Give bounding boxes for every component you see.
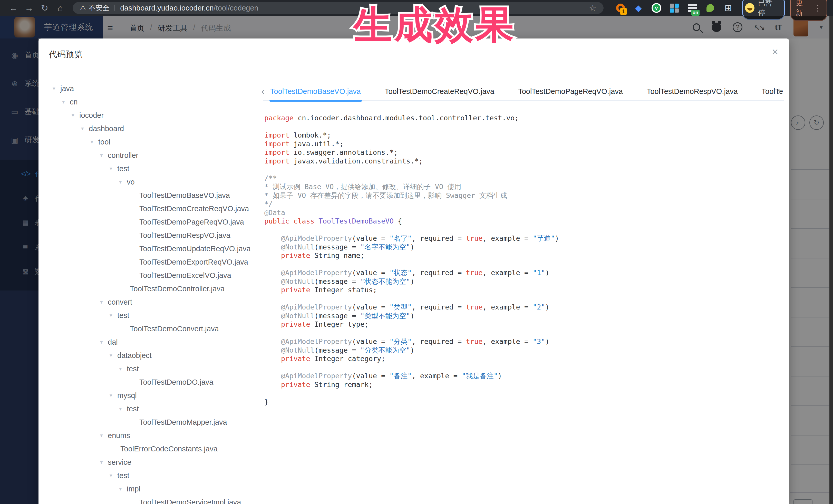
- tree-file[interactable]: ToolTestDemoConvert.java: [53, 322, 255, 335]
- caret-down-icon[interactable]: ▾: [110, 392, 117, 399]
- orange-ring-extension-icon[interactable]: 1: [615, 3, 626, 13]
- tree-file[interactable]: ToolErrorCodeConstants.java: [53, 442, 255, 456]
- tree-folder[interactable]: ▾dal: [53, 335, 255, 349]
- tree-folder[interactable]: ▾iocoder: [53, 109, 255, 122]
- caret-down-icon[interactable]: ▾: [53, 86, 60, 92]
- tree-file[interactable]: ToolTestDemoMapper.java: [53, 415, 255, 429]
- tree-folder[interactable]: ▾test: [53, 402, 255, 415]
- caret-down-icon[interactable]: ▾: [110, 166, 117, 172]
- tree-folder[interactable]: ▾test: [53, 162, 255, 175]
- tree-label: dashboard: [89, 124, 124, 133]
- extension-badge: 1: [620, 8, 627, 15]
- green-v-extension-icon[interactable]: v: [651, 3, 662, 13]
- browser-menu-dots-icon[interactable]: ⋮: [814, 4, 822, 13]
- caret-down-icon[interactable]: ▾: [100, 432, 108, 438]
- caret-down-icon[interactable]: ▾: [81, 125, 89, 131]
- code-line: @ApiModelProperty(value = "类型", required…: [264, 303, 559, 312]
- tree-label: test: [117, 472, 129, 480]
- tree-file[interactable]: ToolTestDemoExcelVO.java: [53, 269, 255, 282]
- caret-down-icon[interactable]: ▾: [100, 152, 108, 158]
- tree-label: ToolTestDemoUpdateReqVO.java: [139, 244, 251, 253]
- caret-down-icon[interactable]: ▾: [110, 312, 117, 318]
- tree-folder[interactable]: ▾tool: [53, 135, 255, 149]
- tree-folder[interactable]: ▾impl: [53, 482, 255, 496]
- dialog-title: 代码预览: [49, 49, 82, 60]
- tree-folder[interactable]: ▾service: [53, 456, 255, 469]
- address-bar[interactable]: ⚠ 不安全 dashboard.yudao.iocoder.cn /tool/c…: [73, 2, 603, 14]
- update-label: 更新: [795, 0, 810, 18]
- caret-down-icon[interactable]: ▾: [119, 406, 127, 412]
- code-line: @ApiModelProperty(value = "状态", required…: [264, 268, 559, 277]
- caret-down-icon[interactable]: ▾: [100, 459, 108, 465]
- caret-down-icon[interactable]: ▾: [110, 473, 117, 479]
- caret-down-icon[interactable]: ▾: [119, 486, 127, 492]
- code-line: * 如果子 VO 存在差异的字段，请不要添加到这里，影响 Swagger 文档生…: [264, 191, 559, 200]
- code-line: */: [264, 200, 559, 208]
- code-line: @ApiModelProperty(value = "名字", required…: [264, 234, 559, 243]
- caret-down-icon[interactable]: ▾: [72, 112, 79, 118]
- code-line: @NotNull(message = "状态不能为空"): [264, 277, 559, 286]
- forward-icon[interactable]: →: [21, 3, 37, 13]
- caret-down-icon[interactable]: ▾: [91, 139, 98, 145]
- tree-folder[interactable]: ▾enums: [53, 429, 255, 442]
- plant-extension-icon[interactable]: [705, 3, 715, 13]
- tree-label: ToolTestDemoServiceImpl.java: [139, 498, 241, 504]
- tree-folder[interactable]: ▾convert: [53, 295, 255, 309]
- screen: ← → ↻ ⌂ ⚠ 不安全 dashboard.yudao.iocoder.cn…: [0, 0, 833, 504]
- back-icon[interactable]: ←: [6, 3, 21, 13]
- tree-label: vo: [127, 178, 135, 186]
- tree-file[interactable]: ToolTestDemoDO.java: [53, 376, 255, 389]
- tree-file[interactable]: ToolTestDemoExportReqVO.java: [53, 255, 255, 269]
- tab-ToolTestDemoBaseVO.java[interactable]: ToolTestDemoBaseVO.java: [270, 87, 361, 96]
- code-line: private Integer type;: [264, 320, 559, 329]
- tree-folder[interactable]: ▾dataobject: [53, 349, 255, 362]
- tree-folder[interactable]: ▾mysql: [53, 389, 255, 402]
- tree-label: ToolTestDemoDO.java: [139, 378, 214, 386]
- code-line: private Integer status;: [264, 286, 559, 294]
- tree-folder[interactable]: ▾vo: [53, 175, 255, 189]
- tab-ToolTestDemoRespVO.java[interactable]: ToolTestDemoRespVO.java: [647, 87, 738, 96]
- squares-extension-icon[interactable]: [669, 3, 680, 13]
- tree-label: test: [117, 165, 129, 173]
- tree-file[interactable]: ToolTestDemoController.java: [53, 282, 255, 295]
- tree-file[interactable]: ToolTestDemoBaseVO.java: [53, 189, 255, 202]
- tabs-scroll-left-icon[interactable]: ‹: [258, 86, 268, 97]
- tree-file[interactable]: ToolTestDemoCreateReqVO.java: [53, 202, 255, 215]
- tab-ToolTestDemoCreateReqVO.java[interactable]: ToolTestDemoCreateReqVO.java: [385, 87, 494, 96]
- caret-down-icon[interactable]: ▾: [100, 339, 108, 345]
- tree-folder[interactable]: ▾test: [53, 309, 255, 322]
- extensions-puzzle-icon[interactable]: ⊞: [723, 3, 733, 13]
- tree-folder[interactable]: ▾java: [53, 82, 255, 95]
- tree-file[interactable]: ToolTestDemoPageReqVO.java: [53, 215, 255, 229]
- tab-ToolTestDemoPageReqVO.java[interactable]: ToolTestDemoPageReqVO.java: [518, 87, 623, 96]
- close-icon[interactable]: ×: [772, 46, 778, 57]
- caret-down-icon[interactable]: ▾: [119, 179, 127, 185]
- security-label: 不安全: [89, 3, 109, 13]
- tree-file[interactable]: ToolTestDemoServiceImpl.java: [53, 496, 255, 504]
- tree-folder[interactable]: ▾controller: [53, 149, 255, 162]
- blue-gem-extension-icon[interactable]: ◆: [633, 3, 644, 13]
- tree-file[interactable]: ToolTestDemoRespVO.java: [53, 229, 255, 242]
- list-extension-icon[interactable]: on: [687, 3, 697, 13]
- url-divider: [115, 5, 115, 11]
- tree-folder[interactable]: ▾test: [53, 362, 255, 376]
- caret-down-icon[interactable]: ▾: [119, 366, 127, 372]
- tabs-scroll-right-icon[interactable]: ›: [774, 86, 784, 97]
- home-icon[interactable]: ⌂: [52, 3, 68, 13]
- reload-icon[interactable]: ↻: [37, 3, 53, 13]
- active-tab-underline: [269, 100, 362, 102]
- caret-down-icon[interactable]: ▾: [110, 352, 117, 359]
- code-line: import javax.validation.constraints.*;: [264, 157, 559, 166]
- tree-folder[interactable]: ▾dashboard: [53, 122, 255, 135]
- bookmark-star-icon[interactable]: ☆: [589, 3, 596, 13]
- not-secure-warning-icon: ⚠: [80, 4, 86, 12]
- tree-folder[interactable]: ▾test: [53, 469, 255, 482]
- tree-file[interactable]: ToolTestDemoUpdateReqVO.java: [53, 242, 255, 255]
- tree-label: impl: [127, 485, 140, 493]
- caret-down-icon[interactable]: ▾: [62, 99, 70, 105]
- code-line: }: [264, 398, 559, 406]
- window-edge: [829, 16, 833, 504]
- caret-down-icon[interactable]: ▾: [100, 299, 108, 305]
- tree-folder[interactable]: ▾cn: [53, 95, 255, 109]
- tree-label: ToolTestDemoPageReqVO.java: [139, 218, 244, 226]
